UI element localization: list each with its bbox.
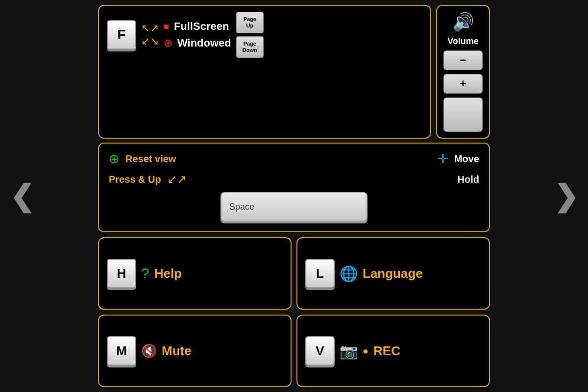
- switch-panel: F ↖↗↙↘ ■ FullScreen: [98, 5, 431, 139]
- view-panel: ⊕ Reset view ✛ Move Press & Up ↙↗ Hold: [98, 143, 490, 232]
- rec-label: REC: [373, 343, 400, 359]
- view-top-row: ⊕ Reset view ✛ Move: [109, 151, 479, 167]
- center-panel: F ↖↗↙↘ ■ FullScreen: [93, 0, 495, 392]
- language-button[interactable]: L 🌐 Language: [296, 237, 490, 310]
- red-cross-icon: ⊕: [164, 37, 172, 49]
- page-buttons: PageUp PageDown: [236, 12, 264, 58]
- main-container: ❮ ❯ F ↖↗↙↘: [0, 0, 588, 392]
- question-icon: ?: [141, 265, 149, 282]
- expand-arrows-icon: ↖↗↙↘: [141, 22, 159, 48]
- page-down-button[interactable]: PageDown: [236, 36, 264, 58]
- switch-row: F ↖↗↙↘ ■ FullScreen: [107, 12, 422, 58]
- arrow-right[interactable]: ❯: [554, 179, 578, 213]
- key-h: H: [107, 259, 136, 288]
- key-v: V: [305, 336, 335, 366]
- fullscreen-section: ■ FullScreen: [164, 20, 231, 33]
- red-square-icon: ■: [164, 22, 169, 32]
- move-group: ✛ Move: [438, 151, 479, 167]
- hold-group: Hold: [458, 174, 479, 185]
- press-up-group: Press & Up ↙↗: [109, 172, 187, 186]
- press-arrow-icon: ↙↗: [167, 172, 187, 186]
- mute-icon: 🔇: [141, 343, 157, 359]
- key-f[interactable]: F: [107, 20, 136, 49]
- move-label: Move: [454, 153, 479, 165]
- reset-icon: ⊕: [109, 151, 120, 167]
- space-key[interactable]: Space: [220, 192, 368, 221]
- volume-panel: 🔊 Volume − +: [436, 5, 490, 139]
- reset-view-group: ⊕ Reset view: [109, 151, 176, 167]
- key-m: M: [107, 336, 136, 366]
- mute-button[interactable]: M 🔇 Mute: [98, 315, 292, 387]
- windowed-section: ⊕ Windowed: [164, 37, 231, 49]
- rec-dot: ●: [363, 345, 368, 357]
- windowed-label: Windowed: [177, 37, 231, 49]
- view-bottom-row: Press & Up ↙↗ Hold: [109, 172, 479, 186]
- language-label: Language: [363, 266, 423, 281]
- reset-label: Reset view: [125, 153, 176, 165]
- bottom-grid: H ? Help L 🌐 Language M 🔇 Mute V 📷 ●: [93, 232, 495, 392]
- globe-icon: 🌐: [340, 265, 358, 282]
- mute-label: Mute: [162, 343, 192, 359]
- fullscreen-label: FullScreen: [174, 20, 229, 33]
- help-button[interactable]: H ? Help: [98, 237, 292, 310]
- volume-plus-button[interactable]: +: [443, 74, 483, 94]
- help-label: Help: [154, 266, 182, 281]
- camera-icon: 📷: [340, 343, 358, 360]
- key-l: L: [305, 259, 335, 288]
- page-up-button[interactable]: PageUp: [236, 12, 264, 33]
- volume-minus-button[interactable]: −: [443, 50, 483, 70]
- rec-button[interactable]: V 📷 ● REC: [296, 315, 490, 387]
- hold-label: Hold: [458, 174, 479, 185]
- move-icon: ✛: [438, 151, 448, 167]
- volume-slider[interactable]: [443, 98, 483, 132]
- top-section: F ↖↗↙↘ ■ FullScreen: [93, 0, 495, 143]
- arrow-left[interactable]: ❮: [10, 179, 34, 213]
- mode-options: ■ FullScreen ⊕ Windowed: [164, 20, 231, 49]
- press-up-label: Press & Up: [109, 174, 161, 185]
- volume-label: Volume: [447, 36, 479, 47]
- volume-icon: 🔊: [452, 12, 474, 32]
